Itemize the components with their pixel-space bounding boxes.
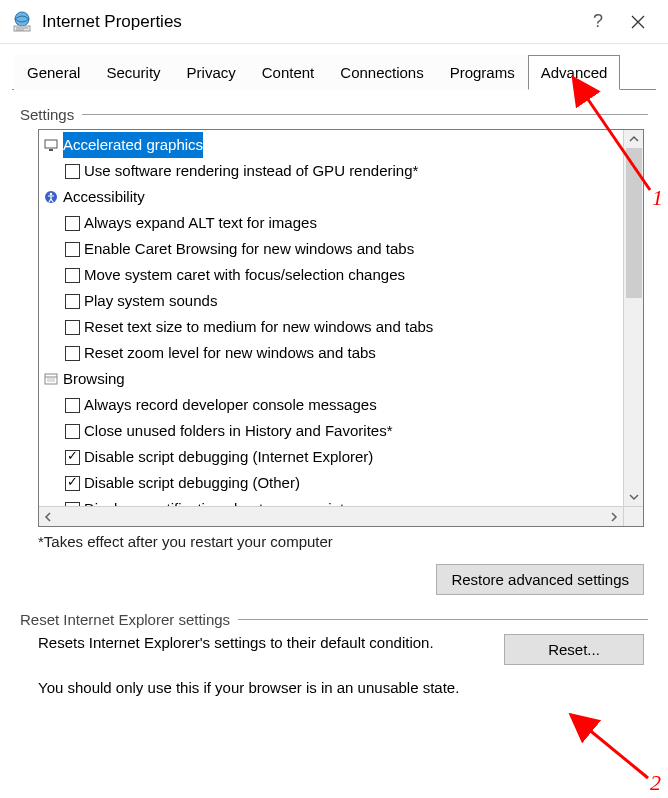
window-title: Internet Properties	[42, 12, 578, 32]
checkbox[interactable]	[65, 216, 80, 231]
category-label: Accelerated graphics	[63, 132, 203, 158]
checkbox[interactable]	[65, 294, 80, 309]
reset-button[interactable]: Reset...	[504, 634, 644, 665]
scroll-up-icon[interactable]	[625, 130, 643, 148]
divider	[82, 114, 648, 115]
category-label: Browsing	[63, 366, 125, 392]
setting-item[interactable]: Use software rendering instead of GPU re…	[43, 158, 621, 184]
setting-label: Reset text size to medium for new window…	[84, 314, 433, 340]
category-label: Accessibility	[63, 184, 145, 210]
annotation-2: 2	[650, 770, 661, 796]
setting-item[interactable]: Enable Caret Browsing for new windows an…	[43, 236, 621, 262]
tab-content[interactable]: Content	[249, 55, 328, 90]
divider	[238, 619, 648, 620]
setting-item[interactable]: Disable script debugging (Internet Explo…	[43, 444, 621, 470]
scroll-down-icon[interactable]	[625, 488, 643, 506]
setting-label: Always record developer console messages	[84, 392, 377, 418]
checkbox[interactable]	[65, 346, 80, 361]
reset-group: Reset Internet Explorer settings Resets …	[20, 611, 648, 696]
help-button[interactable]: ?	[578, 6, 618, 38]
horizontal-scrollbar[interactable]	[39, 506, 623, 526]
checkbox[interactable]	[65, 268, 80, 283]
setting-label: Disable script debugging (Other)	[84, 470, 300, 496]
setting-label: Move system caret with focus/selection c…	[84, 262, 405, 288]
svg-rect-5	[49, 149, 53, 151]
checkbox[interactable]	[65, 424, 80, 439]
setting-label: Play system sounds	[84, 288, 217, 314]
accessibility-icon	[43, 189, 59, 205]
settings-tree[interactable]: Accelerated graphics Use software render…	[38, 129, 644, 527]
setting-label: Always expand ALT text for images	[84, 210, 317, 236]
restore-advanced-settings-button[interactable]: Restore advanced settings	[436, 564, 644, 595]
settings-group-title: Settings	[20, 106, 82, 123]
scroll-corner	[623, 506, 643, 526]
setting-item[interactable]: Always expand ALT text for images	[43, 210, 621, 236]
vertical-scrollbar[interactable]	[623, 130, 643, 506]
reset-description: Resets Internet Explorer's settings to t…	[38, 634, 484, 651]
browsing-icon	[43, 371, 59, 387]
setting-label: Use software rendering instead of GPU re…	[84, 158, 418, 184]
scroll-thumb[interactable]	[626, 148, 642, 298]
category-accelerated-graphics[interactable]: Accelerated graphics	[43, 132, 621, 158]
tab-strip: General Security Privacy Content Connect…	[12, 54, 656, 90]
category-browsing[interactable]: Browsing	[43, 366, 621, 392]
checkbox[interactable]	[65, 242, 80, 257]
app-icon	[10, 10, 34, 34]
svg-line-13	[587, 728, 648, 778]
tab-general[interactable]: General	[14, 55, 93, 90]
setting-item[interactable]: Always record developer console messages	[43, 392, 621, 418]
display-icon	[43, 137, 59, 153]
tab-privacy[interactable]: Privacy	[174, 55, 249, 90]
setting-item[interactable]: Reset zoom level for new windows and tab…	[43, 340, 621, 366]
checkbox[interactable]	[65, 476, 80, 491]
checkbox[interactable]	[65, 398, 80, 413]
checkbox[interactable]	[65, 320, 80, 335]
checkbox[interactable]	[65, 164, 80, 179]
tab-security[interactable]: Security	[93, 55, 173, 90]
setting-label: Reset zoom level for new windows and tab…	[84, 340, 376, 366]
setting-item[interactable]: Close unused folders in History and Favo…	[43, 418, 621, 444]
scroll-left-icon[interactable]	[39, 508, 57, 526]
titlebar: Internet Properties ?	[0, 0, 668, 44]
restart-footnote: *Takes effect after you restart your com…	[38, 533, 648, 550]
setting-label: Disable script debugging (Internet Explo…	[84, 444, 373, 470]
setting-item[interactable]: Reset text size to medium for new window…	[43, 314, 621, 340]
setting-label: Enable Caret Browsing for new windows an…	[84, 236, 414, 262]
setting-item[interactable]: Disable script debugging (Other)	[43, 470, 621, 496]
setting-item[interactable]: Display a notification about every scrip…	[43, 496, 621, 506]
svg-point-7	[50, 193, 53, 196]
svg-rect-4	[45, 140, 57, 148]
reset-group-title: Reset Internet Explorer settings	[20, 611, 238, 628]
settings-group: Settings Accelerated graphics Use softwa…	[20, 106, 648, 595]
setting-item[interactable]: Move system caret with focus/selection c…	[43, 262, 621, 288]
setting-label: Display a notification about every scrip…	[84, 496, 380, 506]
setting-item[interactable]: Play system sounds	[43, 288, 621, 314]
svg-point-0	[15, 12, 29, 26]
tab-connections[interactable]: Connections	[327, 55, 436, 90]
checkbox[interactable]	[65, 450, 80, 465]
tab-programs[interactable]: Programs	[437, 55, 528, 90]
tab-advanced[interactable]: Advanced	[528, 55, 621, 90]
setting-label: Close unused folders in History and Favo…	[84, 418, 392, 444]
scroll-right-icon[interactable]	[605, 508, 623, 526]
category-accessibility[interactable]: Accessibility	[43, 184, 621, 210]
reset-warning: You should only use this if your browser…	[38, 679, 644, 696]
close-button[interactable]	[618, 6, 658, 38]
